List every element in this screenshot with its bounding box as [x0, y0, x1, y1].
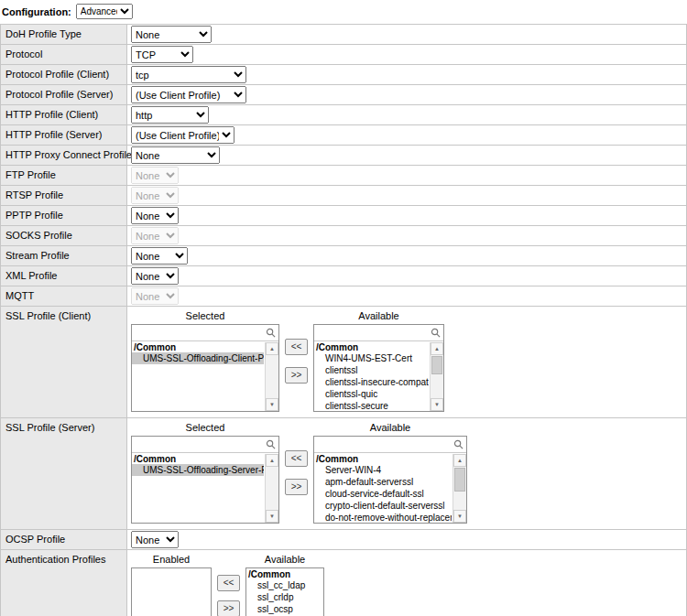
- enabled-list-header: Enabled: [131, 553, 212, 567]
- list-filter-input[interactable]: [132, 325, 262, 340]
- row-label: XML Profile: [1, 266, 127, 286]
- scrollbar[interactable]: ▲ ▼: [265, 342, 278, 411]
- scroll-down-icon[interactable]: ▼: [266, 398, 278, 411]
- partition-header: /Common: [132, 341, 264, 352]
- row-label: HTTP Proxy Connect Profile: [1, 146, 127, 165]
- list-filter-input[interactable]: [314, 437, 450, 451]
- move-to-available-button[interactable]: >>: [285, 479, 308, 495]
- scroll-down-icon[interactable]: ▼: [453, 510, 466, 523]
- http-profile-client-select[interactable]: http: [131, 106, 209, 124]
- move-to-selected-button[interactable]: <<: [285, 339, 308, 355]
- partition-header: /Common: [132, 453, 264, 464]
- list-item[interactable]: UMS-SSL-Offloading-Server-Profile: [132, 464, 264, 476]
- available-list-header: Available: [245, 553, 324, 567]
- table-row-ftp-profile: FTP Profile None: [1, 166, 686, 186]
- list-item[interactable]: do-not-remove-without-replacement: [314, 512, 452, 523]
- list-item[interactable]: clientssl-quic: [314, 388, 429, 400]
- http-proxy-connect-profile-select[interactable]: None: [131, 146, 220, 164]
- list-item[interactable]: clientssl: [314, 364, 429, 376]
- http-profile-server-select[interactable]: (Use Client Profile): [131, 126, 234, 144]
- list-filter-input[interactable]: [314, 325, 427, 340]
- table-row-stream-profile: Stream Profile None: [1, 246, 686, 266]
- scroll-up-icon[interactable]: ▲: [266, 454, 278, 467]
- scroll-up-icon[interactable]: ▲: [431, 342, 443, 355]
- list-item[interactable]: Server-WIN-4: [314, 464, 452, 476]
- list-item[interactable]: UMS-SSL-Offloading-Client-Profile: [132, 352, 264, 364]
- auth-available-listbox[interactable]: /Common ssl_cc_ldap ssl_crldp ssl_ocsp: [245, 567, 324, 616]
- profiles-configuration-table: DoH Profile Type None Protocol TCP Proto…: [0, 24, 687, 616]
- auth-enabled-listbox[interactable]: [131, 567, 212, 616]
- list-filter-row: [132, 325, 278, 341]
- configuration-select[interactable]: Advanced: [76, 4, 133, 19]
- table-row-ssl-profile-client: SSL Profile (Client) Selected /Common UM…: [1, 307, 686, 418]
- move-to-enabled-button[interactable]: <<: [217, 575, 240, 591]
- move-to-available-button[interactable]: >>: [217, 600, 240, 616]
- row-label: HTTP Profile (Client): [1, 105, 127, 124]
- list-filter-row: [314, 325, 443, 341]
- move-to-selected-button[interactable]: <<: [285, 450, 308, 467]
- table-row-protocol-profile-server: Protocol Profile (Server) (Use Client Pr…: [1, 85, 686, 105]
- list-filter-row: [314, 437, 466, 453]
- list-item[interactable]: ssl_cc_ldap: [246, 579, 322, 591]
- list-item[interactable]: ssl_crldp: [246, 591, 322, 603]
- xml-profile-select[interactable]: None: [131, 267, 179, 285]
- table-row-authentication-profiles: Authentication Profiles Enabled << >> Av…: [1, 550, 686, 616]
- socks-profile-select: None: [131, 227, 179, 244]
- scrollbar[interactable]: ▲ ▼: [265, 454, 278, 523]
- list-item[interactable]: crypto-client-default-serverssl: [314, 500, 452, 512]
- scrollbar[interactable]: ▲ ▼: [430, 342, 443, 411]
- configuration-bar: Configuration: Advanced: [0, 0, 687, 24]
- rtsp-profile-select: None: [131, 187, 179, 204]
- list-item[interactable]: clientssl-secure: [314, 400, 429, 411]
- scroll-down-icon[interactable]: ▼: [431, 398, 443, 411]
- selected-list-header: Selected: [131, 421, 279, 436]
- row-label: SSL Profile (Server): [1, 418, 127, 529]
- ocsp-profile-select[interactable]: None: [131, 531, 179, 548]
- ssl-client-available-listbox[interactable]: /Common WIN4-UMS-EST-Cert clientssl clie…: [313, 324, 444, 412]
- available-list-header: Available: [313, 309, 444, 324]
- scroll-up-icon[interactable]: ▲: [453, 454, 466, 467]
- row-label: FTP Profile: [1, 166, 127, 185]
- partition-header: /Common: [246, 568, 322, 579]
- list-item[interactable]: WIN4-UMS-EST-Cert: [314, 352, 429, 364]
- pptp-profile-select[interactable]: None: [131, 207, 179, 224]
- available-list-header: Available: [313, 421, 467, 436]
- list-item[interactable]: clientssl-insecure-compatible: [314, 376, 429, 388]
- row-label: HTTP Profile (Server): [1, 125, 127, 145]
- protocol-profile-server-select[interactable]: (Use Client Profile): [131, 86, 246, 103]
- list-item[interactable]: cloud-service-default-ssl: [314, 488, 452, 500]
- row-label: Protocol Profile (Client): [1, 65, 127, 84]
- ssl-client-selected-listbox[interactable]: /Common UMS-SSL-Offloading-Client-Profil…: [131, 324, 279, 412]
- doh-profile-type-select[interactable]: None: [131, 26, 212, 43]
- list-filter-input[interactable]: [132, 437, 262, 451]
- search-icon: [453, 439, 463, 449]
- scrollbar-thumb[interactable]: [454, 468, 465, 492]
- row-label: RTSP Profile: [1, 186, 127, 205]
- ssl-server-available-listbox[interactable]: /Common Server-WIN-4 apm-default-servers…: [313, 436, 467, 524]
- scroll-down-icon[interactable]: ▼: [266, 510, 278, 523]
- table-row-http-proxy-connect-profile: HTTP Proxy Connect Profile None: [1, 146, 686, 166]
- protocol-select[interactable]: TCP: [131, 46, 193, 63]
- row-label: MQTT: [1, 286, 127, 306]
- table-row-socks-profile: SOCKS Profile None: [1, 226, 686, 246]
- mqtt-profile-select: None: [131, 287, 179, 305]
- list-item[interactable]: apm-default-serverssl: [314, 476, 452, 488]
- table-row-http-profile-client: HTTP Profile (Client) http: [1, 105, 686, 125]
- protocol-profile-client-select[interactable]: tcp: [131, 66, 246, 83]
- move-to-available-button[interactable]: >>: [285, 367, 308, 384]
- selected-list-header: Selected: [131, 309, 279, 324]
- row-label: Authentication Profiles: [1, 550, 127, 616]
- row-label: Protocol Profile (Server): [1, 85, 127, 104]
- table-row-ocsp-profile: OCSP Profile None: [1, 530, 686, 550]
- stream-profile-select[interactable]: None: [131, 247, 188, 265]
- scroll-up-icon[interactable]: ▲: [266, 342, 278, 355]
- list-item[interactable]: ssl_ocsp: [246, 603, 322, 615]
- scrollbar-thumb[interactable]: [431, 356, 442, 374]
- partition-header: /Common: [314, 453, 452, 464]
- row-label: DoH Profile Type: [1, 25, 127, 44]
- scrollbar[interactable]: ▲ ▼: [453, 454, 466, 523]
- search-icon: [431, 328, 441, 338]
- table-row-pptp-profile: PPTP Profile None: [1, 206, 686, 226]
- row-label: OCSP Profile: [1, 530, 127, 549]
- ssl-server-selected-listbox[interactable]: /Common UMS-SSL-Offloading-Server-Profil…: [131, 436, 279, 524]
